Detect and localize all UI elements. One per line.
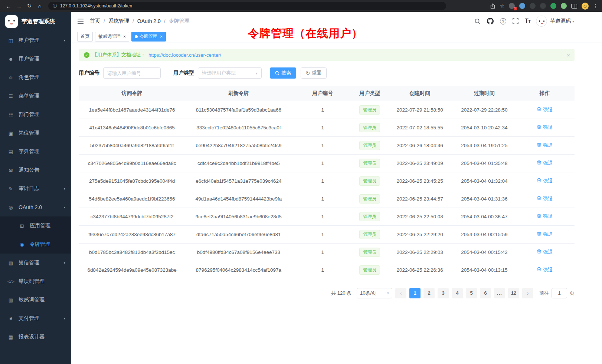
- share-icon[interactable]: [490, 3, 495, 9]
- github-icon[interactable]: [487, 18, 494, 24]
- user-name[interactable]: 芋道源码: [550, 18, 571, 24]
- page-number-button[interactable]: 1: [409, 288, 421, 298]
- tab-item[interactable]: 首页: [77, 32, 93, 42]
- tab-close-icon[interactable]: ×: [160, 34, 163, 39]
- user-avatar[interactable]: [536, 16, 547, 27]
- force-logout-button[interactable]: 强退: [537, 178, 553, 184]
- sidebar-item-oauth2[interactable]: ◎OAuth 2.0▴: [0, 198, 71, 216]
- search-icon[interactable]: [474, 18, 481, 24]
- goto-label: 前往: [539, 290, 549, 297]
- user-type-select[interactable]: 请选择用户类型 ▾: [198, 67, 262, 79]
- extension-dark-1-icon[interactable]: [530, 3, 536, 9]
- address-bar[interactable]: ⓘ 127.0.0.1:1024/system/oauth2/token: [48, 2, 446, 10]
- force-logout-button[interactable]: 强退: [537, 195, 553, 202]
- force-logout-label: 强退: [543, 195, 553, 202]
- app-logo-row[interactable]: 芋道管理系统: [0, 12, 71, 31]
- sidebar-toggle-icon[interactable]: [77, 19, 84, 24]
- pagination-ellipsis[interactable]: ...: [494, 288, 505, 298]
- chevron-down-icon: ▾: [63, 39, 65, 42]
- extension-dark-2-icon[interactable]: [540, 3, 546, 9]
- sidebar-item-menu[interactable]: ☰菜单管理: [0, 87, 71, 105]
- cell-access-token: 41c41346a548490f9dc8b01c6bfe0865: [79, 119, 185, 136]
- forward-icon[interactable]: →: [14, 1, 24, 10]
- search-button[interactable]: 搜索: [270, 67, 296, 79]
- force-logout-button[interactable]: 强退: [537, 231, 553, 238]
- sidebar-item-label: 通知公告: [19, 167, 65, 173]
- page-number-button[interactable]: 5: [466, 288, 477, 298]
- extension-green-icon[interactable]: [550, 3, 556, 9]
- help-icon[interactable]: ?: [500, 18, 506, 24]
- badge: 1: [514, 7, 517, 10]
- user-type-tag: 管理员: [359, 159, 380, 168]
- sidebar-item-label: 支付管理: [19, 315, 63, 322]
- breadcrumb-item[interactable]: 首页: [90, 18, 100, 24]
- sidebar-item-sms[interactable]: ▧短信管理▾: [0, 254, 71, 272]
- refresh-icon[interactable]: ↻: [24, 1, 34, 10]
- breadcrumb: 首页/系统管理/OAuth 2.0/令牌管理: [90, 18, 190, 24]
- force-logout-button[interactable]: 强退: [537, 142, 553, 149]
- breadcrumb-item[interactable]: OAuth 2.0: [137, 18, 161, 24]
- extension-blue-icon[interactable]: [519, 3, 525, 9]
- force-logout-button[interactable]: 强退: [537, 249, 553, 255]
- force-logout-button[interactable]: 强退: [537, 160, 553, 166]
- sidebar-item-audit-log[interactable]: ✎审计日志▾: [0, 179, 71, 198]
- page-size-select[interactable]: 10条/页 ▾: [357, 288, 392, 298]
- bookmark-star-icon[interactable]: ☆: [500, 3, 504, 9]
- breadcrumb-item[interactable]: 系统管理: [108, 18, 129, 24]
- sidebar-item-dept[interactable]: ☷部门管理: [0, 105, 71, 124]
- cell-user-id: 1: [292, 154, 353, 172]
- split-view-icon[interactable]: [571, 4, 577, 9]
- sidebar-item-dict[interactable]: ▤字典管理: [0, 142, 71, 161]
- user-menu-caret-icon[interactable]: ▾: [572, 19, 574, 23]
- font-size-icon[interactable]: TT: [525, 18, 531, 24]
- cell-expire-time: 2054-03-04 00:15:59: [454, 225, 515, 243]
- back-icon[interactable]: ←: [4, 1, 13, 10]
- cell-user-type: 管理员: [353, 101, 386, 119]
- page-number-button[interactable]: 6: [480, 288, 491, 298]
- tab-close-icon[interactable]: ×: [123, 34, 126, 39]
- reset-button[interactable]: ↻ 重置: [301, 67, 327, 79]
- sidebar-item-app[interactable]: ⊞应用管理: [0, 216, 71, 235]
- goto-page-input[interactable]: [552, 288, 567, 298]
- sidebar-item-tenant[interactable]: ◫租户管理▾: [0, 31, 71, 50]
- force-logout-button[interactable]: 强退: [537, 106, 553, 113]
- force-logout-label: 强退: [543, 160, 553, 166]
- cell-access-token: 1ea5e44f8bc1467aaede43144f31de76: [79, 101, 185, 119]
- fullscreen-icon[interactable]: [513, 18, 518, 24]
- sidebar-item-user[interactable]: ☻用户管理: [0, 50, 71, 68]
- force-logout-button[interactable]: 强退: [537, 213, 553, 220]
- site-info-icon[interactable]: ⓘ: [53, 3, 57, 9]
- page-number-button[interactable]: 12: [508, 288, 519, 298]
- tab-item[interactable]: 令牌管理×: [131, 32, 166, 42]
- force-logout-button[interactable]: 强退: [537, 267, 553, 273]
- user-id-input[interactable]: [103, 67, 161, 79]
- breadcrumb-separator: /: [104, 18, 105, 24]
- doc-link[interactable]: https://doc.iocoder.cn/user-center/: [148, 52, 221, 58]
- chevron-down-icon: ▾: [63, 261, 65, 265]
- page-number-button[interactable]: 2: [423, 288, 435, 298]
- sidebar-item-error-code[interactable]: </>错误码管理: [0, 272, 71, 291]
- extension-puzzle-icon[interactable]: [561, 3, 567, 9]
- profile-avatar[interactable]: ☺: [582, 3, 589, 10]
- sidebar-item-report-designer[interactable]: ▦报表设计器: [0, 328, 71, 346]
- reset-button-label: 重置: [312, 70, 321, 76]
- sidebar-item-role[interactable]: ☺角色管理: [0, 68, 71, 87]
- sidebar-item-label: OAuth 2.0: [19, 204, 63, 210]
- next-page-button[interactable]: ›: [522, 288, 533, 298]
- page-number-button[interactable]: 4: [452, 288, 463, 298]
- home-icon[interactable]: ⌂: [35, 1, 45, 10]
- sidebar-item-sensitive-word[interactable]: ▥敏感词管理: [0, 291, 71, 309]
- table-row: f9336e7c7dd242a283ee98dc86b17a87dfa6c71a…: [79, 225, 575, 243]
- extension-red-badge-icon[interactable]: 1: [509, 3, 515, 9]
- prev-page-button[interactable]: ‹: [395, 288, 406, 298]
- tab-item[interactable]: 敏感词管理×: [95, 32, 129, 42]
- cell-action: 强退: [515, 190, 575, 208]
- sidebar-item-token[interactable]: ◉令牌管理: [0, 235, 71, 254]
- sidebar-item-notice[interactable]: ✉通知公告: [0, 161, 71, 179]
- force-logout-button[interactable]: 强退: [537, 124, 553, 131]
- menu-kebab-icon[interactable]: ⋮: [593, 3, 598, 9]
- alert-close-icon[interactable]: ×: [567, 52, 570, 58]
- sidebar-item-pay[interactable]: ¥支付管理▾: [0, 309, 71, 328]
- sidebar-item-post[interactable]: ▣岗位管理: [0, 124, 71, 142]
- page-number-button[interactable]: 3: [438, 288, 449, 298]
